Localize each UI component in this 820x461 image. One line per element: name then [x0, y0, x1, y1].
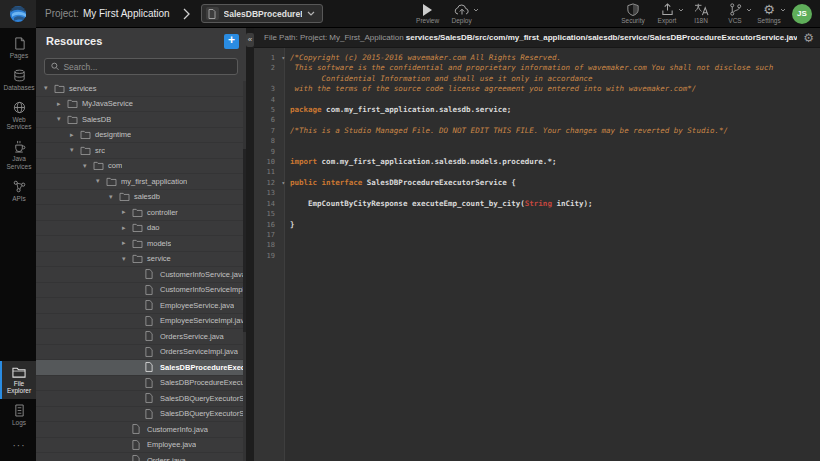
vcs-button[interactable]: VCS — [718, 0, 752, 28]
sidebar-item-apis[interactable]: APIs — [0, 175, 36, 207]
sidebar-item-pages[interactable]: Pages — [0, 32, 36, 64]
fold-icon[interactable]: ▾ — [281, 53, 285, 63]
tree-item[interactable]: ▾service — [36, 252, 243, 268]
chevron-right-icon[interactable]: ▸ — [122, 239, 132, 247]
chevron-down-icon[interactable]: ▾ — [70, 146, 80, 154]
chevron-down-icon[interactable]: ▾ — [96, 177, 106, 185]
code-line[interactable]: 5package com.my_first_application.salesd… — [254, 105, 820, 115]
code-line[interactable]: 17 — [254, 230, 820, 240]
code-line[interactable]: 13 — [254, 188, 820, 198]
sidebar-item-logs[interactable]: Logs — [0, 399, 36, 431]
sidebar-item-java-services[interactable]: Java Services — [0, 135, 36, 175]
code-line[interactable]: 14 EmpCountByCityResponse executeEmp_cou… — [254, 199, 820, 209]
code-line[interactable]: 10import com.my_first_application.salesd… — [254, 157, 820, 167]
fold-icon[interactable]: ▾ — [281, 178, 285, 188]
tree-item[interactable]: OrdersService.java — [36, 329, 243, 345]
preview-button[interactable]: Preview — [411, 0, 445, 28]
export-button[interactable]: Export — [650, 0, 684, 28]
app-logo[interactable] — [0, 0, 36, 28]
tree-item[interactable]: SalesDBQueryExecutorServiceImpl.java — [36, 407, 243, 423]
web-services-icon — [13, 101, 26, 114]
code-line[interactable]: 8 — [254, 136, 820, 146]
file-icon — [132, 455, 145, 461]
tree-item[interactable]: ▾my_first_application — [36, 174, 243, 190]
code-line[interactable]: 1▾/*Copyright (c) 2015-2016 wavemaker.co… — [254, 53, 820, 63]
tree-item[interactable]: SalesDBQueryExecutorService.java — [36, 391, 243, 407]
tree-item[interactable]: SalesDBProcedureExecutorServiceImpl.java — [36, 376, 243, 392]
collapse-panel-button[interactable]: « — [246, 33, 254, 47]
search-input[interactable] — [63, 62, 231, 72]
file-icon — [132, 424, 145, 434]
code-line[interactable]: 16} — [254, 220, 820, 230]
sidebar-item-file-explorer[interactable]: File Explorer — [0, 361, 36, 400]
settings-button[interactable]: ⚙ Settings — [752, 0, 786, 28]
tree-item[interactable]: Employee.java — [36, 438, 243, 454]
code-line-text — [287, 95, 290, 105]
tree-item[interactable]: CustomerInfoServiceImpl.java — [36, 283, 243, 299]
tree-item[interactable]: ▸controller — [36, 205, 243, 221]
chevron-right-icon[interactable]: ▸ — [57, 100, 67, 108]
tree-item-label: dao — [145, 223, 160, 232]
tree-item[interactable]: ▾services — [36, 81, 243, 97]
panel-splitter[interactable]: « — [246, 28, 254, 461]
tree-item[interactable]: ▾src — [36, 143, 243, 159]
project-label: Project: — [45, 8, 79, 19]
code-line[interactable]: 18 — [254, 240, 820, 250]
code-line[interactable]: 7/*This is a Studio Managed File. DO NOT… — [254, 126, 820, 136]
pages-icon — [13, 37, 26, 50]
folder-icon — [132, 208, 145, 217]
tree-item[interactable]: CustomerInfoService.java — [36, 267, 243, 283]
tree-item[interactable]: EmployeeServiceImpl.java — [36, 314, 243, 330]
code-line[interactable]: 2 This software is the confidential and … — [254, 63, 820, 84]
tree-item[interactable]: ▾salesdb — [36, 190, 243, 206]
code-editor[interactable]: 1▾/*Copyright (c) 2015-2016 wavemaker.co… — [254, 48, 820, 461]
chevron-right-icon[interactable]: ▸ — [122, 224, 132, 232]
tree-item[interactable]: ▸dao — [36, 221, 243, 237]
code-line[interactable]: 19 — [254, 251, 820, 261]
security-button[interactable]: Security — [616, 0, 650, 28]
tree-item[interactable]: OrdersServiceImpl.java — [36, 345, 243, 361]
code-line[interactable]: 6 — [254, 115, 820, 125]
code-line[interactable]: 11 — [254, 167, 820, 177]
sidebar-item-databases[interactable]: Databases — [0, 64, 36, 96]
i18n-button[interactable]: I18N — [684, 0, 718, 28]
add-resource-button[interactable]: + — [224, 34, 239, 49]
code-line[interactable]: 3 with the terms of the source code lice… — [254, 84, 820, 94]
tree-item[interactable]: ▸designtime — [36, 128, 243, 144]
file-icon — [145, 331, 158, 341]
sidebar-item-web-services[interactable]: Web Services — [0, 96, 36, 136]
java-services-icon — [13, 140, 26, 153]
file-icon — [145, 393, 158, 403]
tree-item[interactable]: EmployeeService.java — [36, 298, 243, 314]
tree-item[interactable]: ▾com — [36, 159, 243, 175]
chevron-right-icon[interactable]: ▸ — [122, 208, 132, 216]
code-line[interactable]: 4 — [254, 95, 820, 105]
open-file-dropdown[interactable]: SalesDBProcedureE... — [201, 4, 323, 23]
code-line[interactable]: 15 — [254, 209, 820, 219]
line-number: 18 — [254, 240, 287, 250]
chevron-down-icon[interactable]: ▾ — [44, 84, 54, 92]
chevron-down-icon[interactable]: ▾ — [122, 255, 132, 263]
tree-item-label: salesdb — [132, 192, 160, 201]
code-line-text: EmpCountByCityResponse executeEmp_count_… — [287, 199, 593, 209]
deploy-button[interactable]: Deploy — [445, 0, 479, 28]
tree-item[interactable]: ▸MyJavaService — [36, 97, 243, 113]
chevron-down-icon[interactable]: ▾ — [57, 115, 67, 123]
tree-item[interactable]: SalesDBProcedureExecutorService.java — [36, 360, 243, 376]
tree-item[interactable]: ▾SalesDB — [36, 112, 243, 128]
tree-item[interactable]: ▸models — [36, 236, 243, 252]
chevron-down-icon[interactable]: ▾ — [109, 193, 119, 201]
code-line[interactable]: 12▾public interface SalesDBProcedureExec… — [254, 178, 820, 188]
tree-item-label: OrdersService.java — [158, 332, 224, 341]
chevron-right-icon[interactable]: ▸ — [70, 131, 80, 139]
gear-icon[interactable]: ⚙ — [803, 32, 814, 44]
user-avatar[interactable]: JS — [792, 4, 812, 24]
branch-icon — [729, 3, 742, 16]
chevron-down-icon[interactable]: ▾ — [83, 162, 93, 170]
tree-item[interactable]: Orders.java — [36, 453, 243, 461]
line-number: 3 — [254, 84, 287, 94]
code-line[interactable]: 9 — [254, 147, 820, 157]
sidebar-item-more[interactable]: ··· — [0, 431, 36, 455]
deploy-label: Deploy — [451, 17, 471, 24]
tree-item[interactable]: CustomerInfo.java — [36, 422, 243, 438]
